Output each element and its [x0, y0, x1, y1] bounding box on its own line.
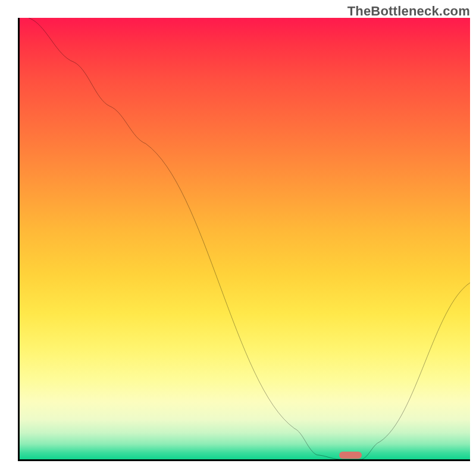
watermark-text: TheBottleneck.com	[347, 4, 470, 19]
chart-plot-area	[18, 18, 470, 461]
minimum-marker	[339, 452, 362, 459]
bottleneck-curve	[20, 18, 470, 459]
